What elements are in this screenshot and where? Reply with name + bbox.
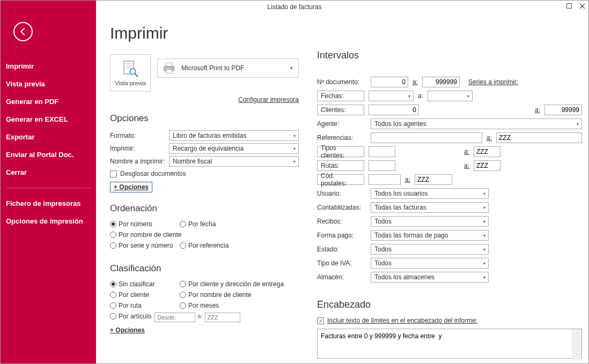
- ndoc-a-label[interactable]: a:: [413, 78, 418, 86]
- section-clasificacion: Clasificación: [110, 263, 299, 274]
- incluir-limites-checkbox[interactable]: ✓: [317, 317, 324, 324]
- nombre-label: Nombre a imprimir:: [110, 158, 169, 165]
- scroll-down-icon[interactable]: ˇ: [573, 351, 581, 360]
- section-encabezado: Encabezado: [317, 299, 582, 310]
- close-button[interactable]: [579, 3, 585, 9]
- rutas-button[interactable]: Rutas:: [317, 160, 364, 171]
- cp-from-input[interactable]: [369, 174, 401, 185]
- sidebar-item-generar-excel[interactable]: Generar en EXCEL: [1, 110, 96, 128]
- cp-button[interactable]: Cód. postales:: [317, 174, 364, 185]
- radio-por-fecha[interactable]: Por fecha: [180, 220, 249, 228]
- radio-por-meses[interactable]: Por meses: [180, 302, 219, 309]
- radio-por-referencia[interactable]: Por referencia: [180, 242, 229, 249]
- recibos-label: Recibos:: [317, 218, 371, 225]
- radio-sin-clasificar[interactable]: Sin clasificar: [110, 280, 180, 288]
- config-printer-link[interactable]: Configurar impresora: [238, 96, 299, 103]
- fecha-to-select[interactable]: ▾: [428, 91, 473, 101]
- clientes-a-label[interactable]: a:: [535, 106, 540, 114]
- chevron-down-icon: ▾: [483, 219, 485, 224]
- nombre-select[interactable]: Nombre fiscal▾: [169, 156, 299, 167]
- window-title: Listado de facturas: [267, 3, 321, 11]
- series-link[interactable]: Series a imprimir:: [468, 78, 518, 86]
- sidebar-item-enviar-portal[interactable]: Enviar al Portal Doc.: [1, 146, 96, 164]
- sidebar-item-exportar[interactable]: Exportar: [1, 128, 96, 146]
- ref-from-input[interactable]: [371, 132, 482, 143]
- radio-por-nombre[interactable]: Por nombre de cliente: [110, 231, 181, 239]
- chevron-down-icon: ▾: [408, 94, 410, 99]
- rutas-from-input[interactable]: [369, 160, 395, 171]
- fecha-from-select[interactable]: ▾: [369, 91, 414, 101]
- radio-por-articulo[interactable]: Por artículo: [110, 313, 151, 320]
- scroll-up-icon[interactable]: ˆ: [573, 329, 581, 338]
- clientes-to-input[interactable]: [544, 105, 582, 115]
- tipos-from-input[interactable]: [369, 146, 395, 157]
- estado-select[interactable]: Todos▾: [371, 244, 489, 255]
- preview-label: Vista previa: [115, 80, 145, 86]
- articulo-a-label: a:: [197, 313, 202, 323]
- sidebar-item-imprimir[interactable]: Imprimir: [1, 57, 96, 75]
- ref-label: Referencias:: [317, 134, 371, 142]
- encabezado-textarea[interactable]: [317, 329, 582, 359]
- tipos-to-input[interactable]: [474, 146, 500, 157]
- clientes-button[interactable]: Clientes:: [317, 105, 364, 115]
- radio-cliente-direccion[interactable]: Por cliente y dirección de entrega: [180, 280, 284, 288]
- radio-por-serie[interactable]: Por serie y número: [110, 242, 180, 249]
- chevron-down-icon: ▾: [293, 133, 296, 138]
- scrollbar[interactable]: ˆ ˇ: [572, 329, 581, 360]
- chevron-down-icon: ▾: [483, 191, 485, 196]
- cp-to-input[interactable]: [415, 174, 452, 185]
- radio-por-numero[interactable]: Por número: [110, 220, 180, 228]
- chevron-down-icon: ▾: [577, 122, 579, 127]
- usuario-select[interactable]: Todos los usuarios▾: [371, 188, 489, 199]
- sidebar-item-vista-previa[interactable]: Vista previa: [1, 75, 96, 93]
- formato-select[interactable]: Libro de facturas emitidas▾: [169, 130, 299, 141]
- iva-select[interactable]: Todos▾: [371, 258, 489, 269]
- sidebar-item-fichero-impresoras[interactable]: Fichero de impresoras: [1, 195, 96, 212]
- contab-select[interactable]: Todas las facturas▾: [371, 202, 489, 213]
- formato-label: Formato:: [110, 132, 169, 139]
- forma-select[interactable]: Todas las formas de pago▾: [371, 230, 489, 241]
- alm-select[interactable]: Todos los almacenes▾: [371, 272, 489, 283]
- tipos-button[interactable]: Tipos clientes:: [317, 146, 364, 157]
- imprimir-label: Imprimir:: [110, 145, 169, 152]
- ref-to-input[interactable]: [496, 132, 582, 143]
- clientes-from-input[interactable]: [369, 105, 419, 115]
- estado-label: Estado:: [317, 246, 371, 253]
- rutas-to-input[interactable]: [474, 160, 500, 171]
- imprimir-select[interactable]: Recargo de equivalencia▾: [169, 143, 299, 154]
- desglosar-checkbox[interactable]: [110, 170, 117, 177]
- chevron-down-icon: ▾: [483, 205, 485, 210]
- mas-opciones-2[interactable]: + Opciones: [110, 326, 145, 334]
- radio-por-nombre-cliente[interactable]: Por nombre de cliente: [180, 291, 251, 299]
- svg-rect-0: [567, 4, 572, 9]
- chevron-down-icon: ▾: [483, 275, 485, 280]
- back-button[interactable]: [13, 22, 33, 41]
- chevron-down-icon: ▾: [293, 159, 296, 164]
- radio-por-ruta[interactable]: Por ruta: [110, 302, 180, 309]
- forma-label: Forma pago:: [317, 232, 371, 239]
- contab-label: Contabilizadas:: [317, 204, 371, 211]
- recibos-select[interactable]: Todos▾: [371, 216, 489, 227]
- chevron-down-icon: ▾: [483, 247, 485, 252]
- agente-select[interactable]: Todos los agentes▾: [371, 118, 582, 129]
- sidebar-item-generar-pdf[interactable]: Generar en PDF: [1, 93, 96, 110]
- ndoc-from-input[interactable]: [371, 77, 408, 87]
- ref-a-label[interactable]: a:: [487, 134, 492, 142]
- preview-button[interactable]: Vista previa: [110, 54, 151, 92]
- fechas-button[interactable]: Fechas:: [317, 91, 364, 101]
- articulo-desde-input[interactable]: [154, 313, 195, 322]
- cp-a-label[interactable]: a:: [405, 176, 410, 183]
- sidebar-item-opciones-impresion[interactable]: Opciones de impresión: [1, 212, 96, 230]
- tipos-a-label[interactable]: a:: [464, 148, 469, 155]
- svg-rect-8: [166, 63, 173, 66]
- iva-label: Tipo de IVA:: [317, 259, 371, 267]
- chevron-down-icon: ▾: [467, 94, 469, 99]
- ndoc-to-input[interactable]: [422, 77, 460, 87]
- rutas-a-label[interactable]: a:: [464, 162, 469, 169]
- maximize-button[interactable]: [566, 3, 572, 9]
- articulo-hasta-input[interactable]: [205, 313, 240, 322]
- printer-select[interactable]: Microsoft Print to PDF ▾: [157, 58, 299, 78]
- mas-opciones-1[interactable]: + Opciones: [110, 182, 152, 192]
- radio-por-cliente[interactable]: Por cliente: [110, 291, 180, 299]
- sidebar-item-cerrar[interactable]: Cerrar: [1, 164, 96, 181]
